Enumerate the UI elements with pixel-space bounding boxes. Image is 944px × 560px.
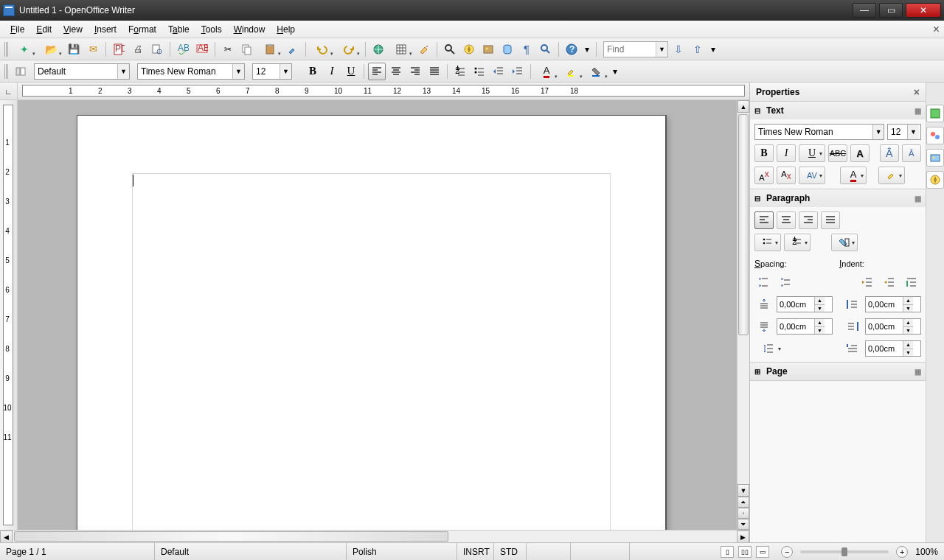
spellcheck-button[interactable]: ABC [174, 41, 192, 58]
align-center-button[interactable] [387, 63, 405, 80]
menu-insert[interactable]: Insert [88, 22, 122, 37]
font-size-input[interactable] [253, 64, 280, 79]
find-input[interactable] [604, 42, 656, 57]
bold-button[interactable]: B [304, 63, 322, 80]
status-signature[interactable] [571, 543, 630, 560]
highlight-button[interactable] [560, 63, 583, 80]
minimize-button[interactable]: — [853, 3, 876, 18]
horizontal-scrollbar[interactable]: ◀ ▶ [0, 530, 749, 542]
panel-font-size-input[interactable] [888, 125, 907, 139]
panel-font-name-dropdown[interactable]: ▼ [872, 125, 884, 139]
paragraph-section-header[interactable]: ⊟ Paragraph ▦ [750, 189, 926, 207]
panel-strike-button[interactable]: ABC [828, 144, 847, 162]
decrease-indent-button[interactable] [490, 63, 507, 80]
toolbar-overflow-button[interactable]: ▾ [582, 41, 592, 58]
new-document-button[interactable]: ✦ [12, 41, 37, 58]
background-color-button[interactable] [585, 63, 608, 80]
hscroll-thumb[interactable] [14, 531, 448, 542]
panel-align-center-button[interactable] [777, 211, 796, 229]
increase-indent-button[interactable] [509, 63, 527, 80]
text-section-header[interactable]: ⊟ Text ▦ [750, 102, 926, 119]
menu-edit[interactable]: Edit [30, 22, 58, 37]
scroll-thumb[interactable] [738, 114, 749, 335]
panel-font-name-input[interactable] [755, 125, 872, 139]
find-dropdown[interactable]: ▼ [656, 42, 667, 57]
vertical-ruler[interactable]: 1234567891011 [0, 100, 18, 530]
font-color-button[interactable]: A [535, 63, 558, 80]
line-spacing-button[interactable] [754, 340, 784, 357]
zoom-slider[interactable] [800, 550, 889, 553]
zoom-out-button[interactable]: − [781, 546, 793, 558]
page[interactable] [77, 115, 667, 530]
panel-shadow-button[interactable]: A [850, 144, 870, 162]
panel-align-left-button[interactable] [754, 211, 774, 229]
open-document-button[interactable]: 📂 [38, 41, 63, 58]
panel-font-name-combo[interactable]: ▼ [754, 124, 884, 140]
font-name-combo[interactable]: ▼ [137, 63, 245, 80]
status-modified[interactable] [527, 543, 571, 560]
navigator-button[interactable] [460, 41, 478, 58]
toolbar-handle[interactable] [4, 42, 9, 57]
menu-format[interactable]: Format [122, 22, 162, 37]
prev-page-button[interactable]: ⏶ [738, 497, 749, 508]
email-button[interactable]: ✉ [84, 41, 102, 58]
gallery-button[interactable] [479, 41, 497, 58]
status-language[interactable]: Polish [347, 543, 457, 560]
status-insert-mode[interactable]: INSRT [457, 543, 494, 560]
menu-tools[interactable]: Tools [195, 22, 228, 37]
undo-button[interactable] [310, 41, 335, 58]
panel-italic-button[interactable]: I [777, 144, 796, 162]
toolbar-handle[interactable] [4, 64, 9, 79]
book-view-button[interactable]: ▭ [756, 546, 769, 558]
status-selection-mode[interactable]: STD [494, 543, 527, 560]
find-next-button[interactable]: ⇩ [670, 41, 687, 58]
menu-file[interactable]: File [4, 22, 30, 37]
hyperlink-button[interactable] [369, 41, 387, 58]
panel-font-size-combo[interactable]: ▼ [887, 124, 921, 140]
spacing-above-spinner[interactable]: ▲▼ [777, 296, 833, 312]
paragraph-style-input[interactable] [35, 64, 117, 79]
format-paintbrush-button[interactable] [284, 41, 302, 58]
maximize-button[interactable]: ▭ [879, 3, 903, 18]
section-options-icon[interactable]: ▦ [914, 195, 921, 203]
close-document-button[interactable]: × [933, 23, 940, 36]
font-size-dropdown[interactable]: ▼ [280, 64, 291, 79]
section-options-icon[interactable]: ▦ [914, 107, 921, 115]
zoom-thumb[interactable] [841, 547, 847, 556]
multi-page-view-button[interactable]: ▯▯ [738, 546, 752, 558]
close-panel-button[interactable]: × [914, 86, 920, 98]
font-name-dropdown[interactable]: ▼ [232, 64, 244, 79]
help-button[interactable]: ? [563, 41, 580, 58]
scroll-right-button[interactable]: ▶ [737, 531, 749, 542]
panel-align-right-button[interactable] [799, 211, 818, 229]
align-right-button[interactable] [406, 63, 424, 80]
gallery-tab[interactable] [926, 149, 944, 167]
decrease-spacing-button[interactable] [777, 273, 796, 291]
format-overflow-button[interactable]: ▾ [610, 63, 620, 80]
next-page-button[interactable]: ⏷ [738, 519, 749, 530]
print-button[interactable]: 🖨 [129, 41, 147, 58]
auto-spellcheck-button[interactable]: ABC [193, 41, 211, 58]
numbered-list-button[interactable]: 12 [451, 63, 469, 80]
panel-font-color-button[interactable]: A [840, 167, 867, 184]
horizontal-ruler[interactable]: /*filled below*/ 12345678910111213141516… [22, 85, 745, 97]
styles-tab[interactable] [926, 127, 944, 144]
paste-button[interactable] [257, 41, 282, 58]
panel-bullet-list-button[interactable] [754, 234, 781, 251]
table-button[interactable] [389, 41, 414, 58]
indent-first-spinner[interactable]: ▲▼ [865, 340, 921, 357]
panel-spacing-button[interactable]: AV [799, 167, 825, 184]
page-section-header[interactable]: ⊞ Page ▦ [750, 363, 926, 380]
redo-button[interactable] [336, 41, 361, 58]
panel-bold-button[interactable]: B [754, 144, 774, 162]
scroll-up-button[interactable]: ▲ [738, 100, 749, 113]
find-prev-button[interactable]: ⇧ [689, 41, 707, 58]
close-button[interactable]: ✕ [906, 3, 941, 18]
panel-number-list-button[interactable]: 12 [784, 234, 811, 251]
panel-bgcolor-button[interactable] [831, 234, 858, 251]
nav-button[interactable]: ◦ [738, 508, 749, 519]
bullet-list-button[interactable] [471, 63, 488, 80]
paragraph-style-dropdown[interactable]: ▼ [117, 64, 129, 79]
increase-indent2-button[interactable] [858, 273, 877, 291]
zoom-percent[interactable]: 100% [915, 547, 938, 557]
